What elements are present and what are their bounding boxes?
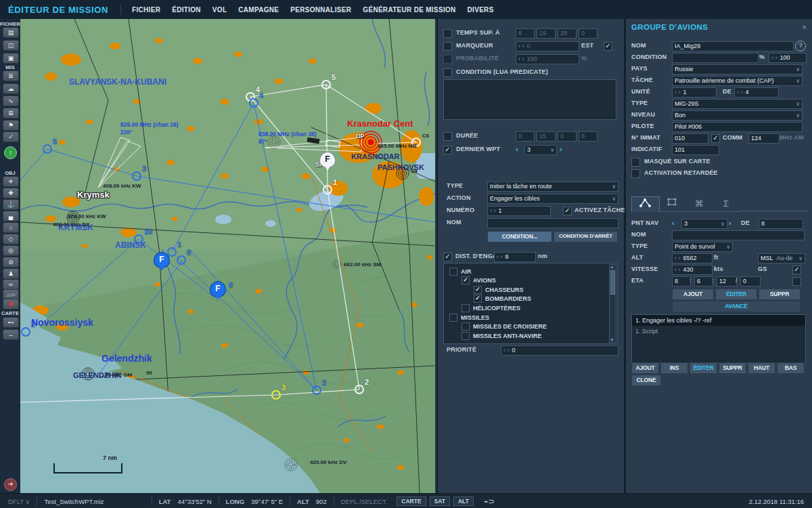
target-category-missiles-anti-navire[interactable]: MISSILES ANTI-NAVIRE bbox=[461, 331, 542, 340]
target-checkbox[interactable] bbox=[461, 304, 470, 312]
marqueur-checkbox[interactable] bbox=[443, 42, 452, 51]
menu-item-fichier[interactable]: FICHIER bbox=[132, 6, 160, 14]
person-icon[interactable]: ♟ bbox=[3, 268, 19, 279]
eta-s[interactable]: 12 bbox=[717, 276, 737, 287]
status-alt-button[interactable]: ALT bbox=[453, 496, 474, 506]
duree-ms[interactable]: 0 bbox=[579, 131, 597, 142]
duree-s[interactable]: 0 bbox=[558, 131, 577, 142]
waypoint-number[interactable]: 1 bbox=[333, 178, 337, 186]
menu-item--dition[interactable]: ÉDITION bbox=[172, 6, 201, 14]
menu-item-vol[interactable]: VOL bbox=[212, 6, 227, 14]
flight-pin[interactable]: F bbox=[210, 281, 226, 297]
probabilite-checkbox[interactable] bbox=[443, 55, 452, 64]
tab-route[interactable] bbox=[631, 196, 660, 212]
condition-lua-textarea[interactable] bbox=[443, 79, 616, 120]
eta-ms[interactable]: 0 bbox=[740, 276, 761, 287]
alt-value[interactable]: ‹ ›6562 bbox=[672, 253, 713, 263]
group-condition-input[interactable] bbox=[672, 53, 759, 63]
goals-icon[interactable]: ⚑ bbox=[3, 120, 19, 131]
target-category-chasseurs[interactable]: CHASSEURS bbox=[474, 285, 524, 294]
target-category-air[interactable]: AIR bbox=[449, 267, 472, 276]
temps-sup-checkbox[interactable] bbox=[443, 29, 452, 38]
menu-item-personnaliser[interactable]: PERSONNALISER bbox=[290, 6, 351, 14]
ship-icon[interactable]: ⚓ bbox=[3, 199, 19, 210]
condition-spinner[interactable]: ‹ ›100 bbox=[769, 53, 807, 63]
temps-sup-m[interactable]: 19 bbox=[537, 28, 556, 39]
stop-condition-button[interactable]: CONDITION D'ARRÊT bbox=[554, 231, 618, 242]
clone-button[interactable]: CLONE bbox=[631, 375, 661, 386]
target-checkbox[interactable] bbox=[474, 295, 482, 303]
waypoint-number[interactable]: 3 bbox=[281, 383, 286, 391]
duree-checkbox[interactable] bbox=[443, 132, 452, 141]
alt-ref-select[interactable]: MSL Au-de∨ bbox=[758, 253, 805, 263]
list-ajout-button[interactable]: AJOUT bbox=[631, 362, 659, 374]
duree-h[interactable]: 0 bbox=[516, 131, 535, 142]
delete-object-icon[interactable]: ✖ bbox=[3, 299, 19, 310]
masque-checkbox[interactable] bbox=[631, 158, 640, 167]
route-tool-icon[interactable]: ◇ bbox=[3, 234, 19, 245]
briefing-icon[interactable]: ≣ bbox=[3, 70, 19, 81]
flight-pin[interactable]: F bbox=[319, 152, 336, 168]
priorite-value[interactable]: ‹ ›0 bbox=[501, 345, 618, 356]
pnt-total[interactable]: 8 bbox=[759, 219, 803, 229]
est-checkbox[interactable] bbox=[604, 42, 612, 51]
dernier-wpt-select[interactable]: 3∨ bbox=[524, 145, 557, 155]
waypoint-number[interactable]: 0 bbox=[229, 281, 233, 289]
list-bas-button[interactable]: BAS bbox=[777, 362, 805, 374]
niveau-select[interactable]: Bon∨ bbox=[672, 110, 803, 121]
task-list-item[interactable]: 1. Engager les cibles -/? -ref bbox=[632, 315, 805, 326]
numero-value[interactable]: ‹ ›1 bbox=[487, 206, 551, 216]
menu-item-divers[interactable]: DIVERS bbox=[468, 6, 494, 14]
target-checkbox[interactable] bbox=[461, 322, 470, 331]
dist-engagement-value[interactable]: ‹ ›8 bbox=[494, 252, 536, 262]
waypoint-number[interactable]: 4 bbox=[259, 91, 263, 100]
tab-summary[interactable]: Σ bbox=[713, 196, 740, 212]
target-category-bombardiers[interactable]: BOMBARDIERS bbox=[474, 295, 531, 303]
wp-suppr-button[interactable]: SUPPR bbox=[759, 289, 800, 300]
wpt-prev-button[interactable]: ‹ bbox=[516, 145, 518, 154]
group-nom-input[interactable]: IA_Mig29 bbox=[672, 41, 794, 51]
type-select[interactable]: Initier la tâche en route∨ bbox=[487, 182, 618, 192]
nom-input[interactable] bbox=[487, 218, 618, 228]
wp-type-select[interactable]: Point de survol∨ bbox=[672, 242, 733, 252]
helicopter-icon[interactable]: ✚ bbox=[3, 188, 19, 198]
dernier-wpt-checkbox[interactable] bbox=[443, 146, 452, 154]
tache-select[interactable]: Patrouille aérienne de combat (CAP)∨ bbox=[672, 76, 803, 86]
status-sat-button[interactable]: SAT bbox=[430, 496, 450, 506]
tab-loadout[interactable]: ⌘ bbox=[685, 196, 713, 212]
task-list-item[interactable]: 1. Script bbox=[632, 326, 805, 337]
aircraft-type-select[interactable]: MiG-29S∨ bbox=[672, 99, 803, 109]
zone-icon[interactable]: ⊘ bbox=[3, 257, 19, 268]
new-mission-icon[interactable]: ▤ bbox=[3, 27, 19, 38]
waypoint-number[interactable]: 1 bbox=[177, 240, 181, 249]
waypoint-number[interactable]: 2 bbox=[322, 379, 326, 387]
target-category-missiles-de-croisiere[interactable]: MISSILES DE CROISIERE bbox=[461, 322, 547, 331]
activation-checkbox[interactable] bbox=[631, 169, 640, 178]
tab-targeting[interactable] bbox=[658, 196, 685, 212]
wpt-next-button[interactable]: › bbox=[560, 145, 562, 154]
pilote-input[interactable]: Pilot #006 bbox=[672, 122, 803, 132]
temps-sup-h[interactable]: 8 bbox=[516, 28, 535, 39]
marqueur-value[interactable]: ‹ ›0 bbox=[516, 41, 579, 51]
target-category-avions[interactable]: AVIONS bbox=[461, 276, 496, 285]
pays-select[interactable]: Russie∨ bbox=[672, 64, 803, 75]
target-category-missiles[interactable]: MISSILES bbox=[449, 313, 489, 322]
gs-checkbox[interactable] bbox=[792, 266, 801, 274]
temps-sup-s[interactable]: 29 bbox=[558, 28, 577, 39]
immat-input[interactable]: 010 bbox=[672, 133, 708, 144]
list-suppr-button[interactable]: SUPPR bbox=[719, 362, 746, 374]
triggers-icon[interactable]: ⊞ bbox=[3, 108, 19, 119]
waypoint-number[interactable]: 5 bbox=[332, 73, 336, 81]
target-category-hélicopt-res[interactable]: HÉLICOPTÈRES bbox=[461, 303, 520, 312]
eta-lock-checkbox[interactable] bbox=[792, 277, 801, 286]
failures-icon[interactable]: ∿ bbox=[3, 96, 19, 106]
duree-m[interactable]: 15 bbox=[537, 131, 556, 142]
open-mission-icon[interactable]: ◫ bbox=[3, 40, 19, 51]
pnt-prev-button[interactable]: ‹ bbox=[672, 219, 675, 228]
target-checkbox[interactable] bbox=[474, 286, 482, 294]
status-carte-button[interactable]: CARTE bbox=[397, 496, 426, 506]
vitesse-value[interactable]: ‹ ›430 bbox=[672, 265, 713, 275]
unite-count[interactable]: ‹ ›1 bbox=[672, 87, 717, 98]
eta-m[interactable]: 6 bbox=[694, 276, 713, 287]
temps-sup-ms[interactable]: 0 bbox=[579, 28, 597, 39]
